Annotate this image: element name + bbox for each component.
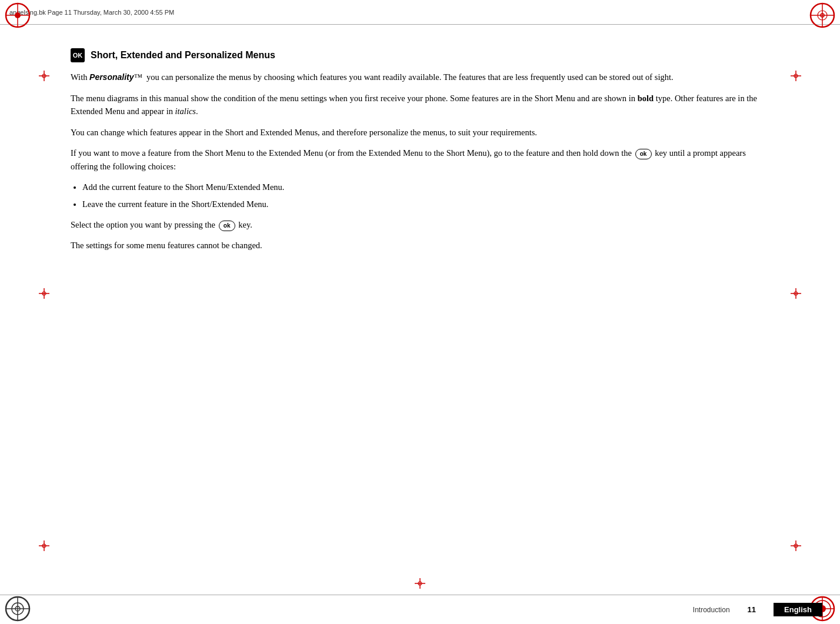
- crosshair-right-bot: [791, 540, 801, 553]
- paragraph-2: The menu diagrams in this manual show th…: [71, 92, 769, 118]
- footer-bar: Introduction 11 English: [0, 595, 840, 624]
- header-text: angelsing.bk Page 11 Thursday, March 30,…: [9, 9, 174, 16]
- crosshair-right-mid: [791, 288, 801, 301]
- bullet-item-1: Add the current feature to the Short Men…: [82, 181, 769, 193]
- italic-text-italics: italics: [175, 106, 196, 116]
- ok-button-inline-2: ok: [219, 221, 235, 231]
- section-title: Short, Extended and Personalized Menus: [91, 50, 275, 61]
- crosshair-left-mid: [39, 288, 49, 301]
- bullet-item-2: Leave the current feature in the Short/E…: [82, 198, 769, 211]
- ok-button-inline-1: ok: [635, 149, 652, 159]
- footer-page-number: 11: [748, 605, 756, 614]
- header-bar: angelsing.bk Page 11 Thursday, March 30,…: [0, 0, 840, 25]
- personality-brand: Personality: [89, 72, 134, 82]
- bullet-list: Add the current feature to the Short Men…: [82, 181, 769, 211]
- paragraph-4: If you want to move a feature from the S…: [71, 146, 769, 173]
- paragraph-1: With Personality™ you can personalize th…: [71, 71, 769, 84]
- svg-point-3: [15, 12, 21, 18]
- bold-text-bold: bold: [638, 94, 654, 103]
- corner-decoration-tr: [809, 2, 835, 28]
- ok-icon: OK: [71, 48, 85, 62]
- footer-language: English: [774, 603, 822, 616]
- paragraph-5: Select the option you want by pressing t…: [71, 218, 769, 231]
- crosshair-left-top: [39, 71, 49, 84]
- section-heading: OK Short, Extended and Personalized Menu…: [71, 48, 769, 62]
- footer-section-label: Introduction: [693, 606, 730, 614]
- crosshair-left-bot: [39, 540, 49, 553]
- main-content: OK Short, Extended and Personalized Menu…: [59, 31, 781, 589]
- paragraph-3: You can change which features appear in …: [71, 126, 769, 139]
- footer-content: Introduction 11 English: [693, 603, 822, 616]
- paragraph-6: The settings for some menu features cann…: [71, 239, 769, 252]
- crosshair-right-top: [791, 71, 801, 84]
- corner-decoration-tl: [5, 2, 31, 28]
